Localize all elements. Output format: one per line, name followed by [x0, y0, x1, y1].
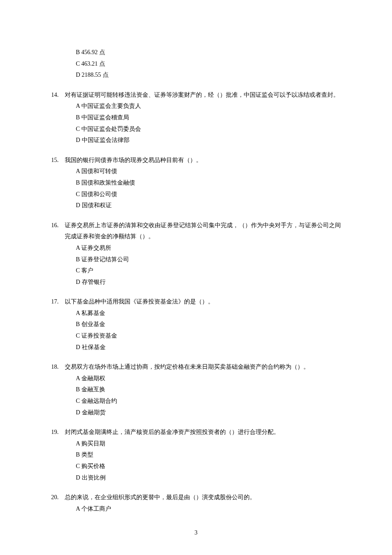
option-c: C 中国证监会处罚委员会 — [76, 124, 341, 135]
question-options: A 证券交易所 B 证券登记结算公司 C 客户 D 存管银行 — [76, 243, 341, 288]
question-number: 18. — [51, 361, 65, 373]
option-a: A 购买日期 — [76, 438, 341, 450]
option-b: B 创业基金 — [76, 319, 341, 330]
question-stem: 以下基金品种中适用我国《证券投资基金法》的是（）。 — [65, 296, 341, 308]
option-c: C 购买价格 — [76, 461, 341, 472]
question-stem: 封闭式基金期满终止，清产核资后的基金净资产按照投资者的（）进行合理分配。 — [65, 427, 341, 438]
question-number: 15. — [51, 155, 65, 166]
question-stem: 证券交易所上市证券的清算和交收由证券登记结算公司集中完成，（）作为中央对手方，与… — [65, 220, 341, 243]
option-b: B 证券登记结算公司 — [76, 254, 341, 266]
question-14: 14. 对有证据证明可能转移违法资金、证券等涉案财产的，经（）批准，中国证监会可… — [51, 90, 341, 146]
option-b: B 类型 — [76, 449, 341, 461]
option-a: A 私募基金 — [76, 308, 341, 319]
page-number: 3 — [0, 527, 392, 539]
option-c: C 金融远期合约 — [76, 396, 341, 407]
question-stem: 对有证据证明可能转移违法资金、证券等涉案财产的，经（）批准，中国证监会可以予以冻… — [65, 90, 341, 101]
option-c: C 证券投资基金 — [76, 330, 341, 342]
option-d: D 金融期货 — [76, 407, 341, 419]
orphan-options-block: B 456.92 点 C 463.21 点 D 2188.55 点 — [76, 47, 341, 81]
question-options: A 中国证监会主要负责人 B 中国证监会稽查局 C 中国证监会处罚委员会 D 中… — [76, 101, 341, 146]
question-stem: 交易双方在场外市场上通过协商，按约定价格在未来日期买卖基础金融资产的合约称为（）… — [65, 361, 341, 373]
question-15: 15. 我国的银行间债券市场的现券交易品种目前有（）。 A 国债和可转债 B 国… — [51, 155, 341, 211]
option-a: A 中国证监会主要负责人 — [76, 101, 341, 112]
question-options: A 购买日期 B 类型 C 购买价格 D 出资比例 — [76, 438, 341, 483]
option-b: B 国债和政策性金融债 — [76, 177, 341, 189]
question-number: 17. — [51, 296, 65, 308]
option-a: A 证券交易所 — [76, 243, 341, 254]
option-a: A 金融期权 — [76, 373, 341, 384]
option-c: C 客户 — [76, 265, 341, 277]
option-c: C 国债和公司债 — [76, 189, 341, 200]
question-20: 20. 总的来说，在企业组织形式的更替中，最后是由（）演变成股份公司的。 A 个… — [51, 492, 341, 515]
question-number: 19. — [51, 427, 65, 438]
question-options: A 国债和可转债 B 国债和政策性金融债 C 国债和公司债 D 国债和权证 — [76, 166, 341, 211]
orphan-option: B 456.92 点 — [76, 47, 341, 58]
option-d: D 出资比例 — [76, 472, 341, 484]
question-options: A 金融期权 B 金融互换 C 金融远期合约 D 金融期货 — [76, 373, 341, 418]
orphan-option: C 463.21 点 — [76, 58, 341, 70]
question-number: 16. — [51, 220, 65, 231]
question-18: 18. 交易双方在场外市场上通过协商，按约定价格在未来日期买卖基础金融资产的合约… — [51, 361, 341, 418]
option-b: B 金融互换 — [76, 384, 341, 396]
option-d: D 国债和权证 — [76, 200, 341, 211]
orphan-option: D 2188.55 点 — [76, 69, 341, 81]
option-d: D 社保基金 — [76, 342, 341, 353]
option-b: B 中国证监会稽查局 — [76, 112, 341, 124]
option-d: D 存管银行 — [76, 277, 341, 288]
question-stem: 我国的银行间债券市场的现券交易品种目前有（）。 — [65, 155, 341, 166]
question-19: 19. 封闭式基金期满终止，清产核资后的基金净资产按照投资者的（）进行合理分配。… — [51, 427, 341, 483]
question-17: 17. 以下基金品种中适用我国《证券投资基金法》的是（）。 A 私募基金 B 创… — [51, 296, 341, 353]
option-a: A 国债和可转债 — [76, 166, 341, 177]
question-number: 20. — [51, 492, 65, 503]
question-number: 14. — [51, 90, 65, 101]
question-stem: 总的来说，在企业组织形式的更替中，最后是由（）演变成股份公司的。 — [65, 492, 341, 503]
question-options: A 私募基金 B 创业基金 C 证券投资基金 D 社保基金 — [76, 308, 341, 353]
question-options: A 个体工商户 — [76, 503, 341, 515]
question-16: 16. 证券交易所上市证券的清算和交收由证券登记结算公司集中完成，（）作为中央对… — [51, 220, 341, 288]
option-d: D 中国证监会法律部 — [76, 135, 341, 146]
option-a: A 个体工商户 — [76, 503, 341, 515]
